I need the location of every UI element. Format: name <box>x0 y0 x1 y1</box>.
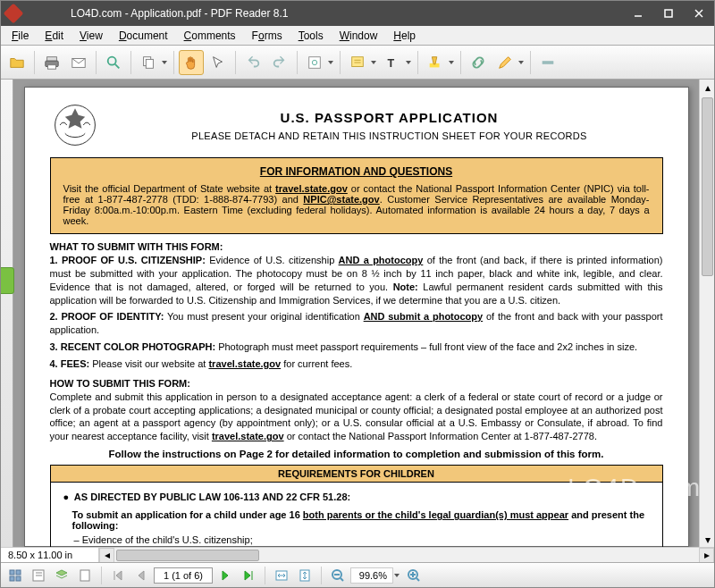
doc-subtitle: PLEASE DETACH AND RETAIN THIS INSTRUCTIO… <box>116 130 663 141</box>
page-number-input[interactable] <box>154 567 213 584</box>
svg-rect-22 <box>16 570 21 575</box>
menu-window[interactable]: Window <box>332 28 385 44</box>
menu-document[interactable]: Document <box>112 28 175 44</box>
svg-line-37 <box>416 578 419 581</box>
hand-tool-button[interactable] <box>179 50 204 75</box>
highlight-dropdown[interactable] <box>447 61 456 64</box>
svg-line-33 <box>341 578 343 581</box>
fit-width-button[interactable] <box>271 566 292 585</box>
email-button[interactable] <box>66 50 91 75</box>
req-bullet: Evidence of the child's U.S. citizenship… <box>74 534 650 545</box>
menu-file[interactable]: File <box>4 28 36 44</box>
bookmarks-button[interactable] <box>28 566 49 585</box>
svg-line-9 <box>115 63 120 68</box>
app-logo-icon <box>4 4 24 24</box>
req-head: REQUIREMENTS FOR CHILDREN <box>51 466 662 483</box>
pencil-dropdown[interactable] <box>517 61 526 64</box>
side-panel-rail[interactable] <box>1 80 13 547</box>
layers-button[interactable] <box>51 566 72 585</box>
list-item: 3. RECENT COLOR PHOTOGRAPH: Photograph m… <box>50 340 663 354</box>
text-dropdown[interactable] <box>404 61 413 64</box>
svg-point-8 <box>108 56 116 64</box>
zoom-dropdown[interactable] <box>392 574 401 577</box>
side-panel-toggle-icon[interactable] <box>1 267 14 294</box>
svg-rect-23 <box>10 576 14 581</box>
undo-button[interactable] <box>240 50 265 75</box>
scroll-up-icon[interactable]: ▴ <box>700 80 714 95</box>
text-button[interactable]: T <box>380 50 405 75</box>
svg-rect-28 <box>80 570 89 581</box>
title-bar: LO4D.com - Application.pdf - PDF Reader … <box>1 1 714 26</box>
svg-rect-6 <box>48 64 56 69</box>
menu-help[interactable]: Help <box>386 28 423 44</box>
pdf-page: U.S. PASSPORT APPLICATION PLEASE DETACH … <box>24 87 689 547</box>
svg-text:T: T <box>388 56 395 69</box>
last-page-button[interactable] <box>238 566 259 585</box>
zoom-in-button[interactable] <box>403 566 425 585</box>
first-page-button[interactable] <box>107 566 129 585</box>
scroll-down-icon[interactable]: ▾ <box>700 532 714 547</box>
form-typewriter-button[interactable] <box>302 50 327 75</box>
what-to-submit-head: WHAT TO SUBMIT WITH THIS FORM: <box>50 241 663 252</box>
window-title: LO4D.com - Application.pdf - PDF Reader … <box>26 7 623 20</box>
pencil-button[interactable] <box>492 50 517 75</box>
svg-rect-21 <box>10 570 14 575</box>
prev-page-button[interactable] <box>130 566 152 585</box>
svg-rect-24 <box>16 576 21 581</box>
list-item: 2. PROOF OF IDENTITY: You must present y… <box>50 310 663 337</box>
list-item: 1. PROOF OF U.S. CITIZENSHIP: Evidence o… <box>50 254 663 307</box>
info-body: Visit the official Department of State w… <box>63 183 650 226</box>
svg-rect-1 <box>665 10 672 17</box>
hscroll-right-icon[interactable]: ▸ <box>699 548 714 563</box>
svg-rect-12 <box>309 56 321 68</box>
menu-forms[interactable]: Forms <box>245 28 290 44</box>
menu-tools[interactable]: Tools <box>291 28 331 44</box>
svg-rect-19 <box>543 61 554 64</box>
req-bullet: Evidence of the child's relationship to … <box>74 546 650 547</box>
print-button[interactable] <box>39 50 64 75</box>
req-intro: To submit an application for a child und… <box>72 509 650 531</box>
list-item: 4. FEES: Please visit our website at tra… <box>50 357 663 371</box>
open-button[interactable] <box>4 50 29 75</box>
how-to-submit-head: HOW TO SUBMIT THIS FORM: <box>50 378 663 389</box>
requirements-box: REQUIREMENTS FOR CHILDREN ● AS DIRECTED … <box>50 465 663 547</box>
menu-comments[interactable]: Comments <box>177 28 243 44</box>
vertical-scrollbar[interactable]: ▴ ▾ <box>699 80 714 547</box>
menu-edit[interactable]: Edit <box>38 28 71 44</box>
document-area: U.S. PASSPORT APPLICATION PLEASE DETACH … <box>1 80 714 547</box>
redo-button[interactable] <box>267 50 292 75</box>
close-button[interactable] <box>684 1 714 26</box>
hscroll-left-icon[interactable]: ◂ <box>99 548 114 563</box>
select-tool-button[interactable] <box>206 50 231 75</box>
svg-rect-4 <box>47 56 57 60</box>
svg-rect-11 <box>146 59 153 68</box>
hscroll-track[interactable] <box>114 548 699 562</box>
note-dropdown[interactable] <box>369 61 378 64</box>
scroll-thumb[interactable] <box>702 97 713 276</box>
link-button[interactable] <box>466 50 491 75</box>
follow-instructions: Follow the instructions on Page 2 for de… <box>50 449 663 459</box>
minimize-button[interactable] <box>623 1 653 26</box>
maximize-button[interactable] <box>653 1 684 26</box>
zoom-out-button[interactable] <box>327 566 349 585</box>
zoom-readout[interactable]: 99.6% <box>350 567 393 584</box>
req-directed: AS DIRECTED BY PUBLIC LAW 106-113 AND 22… <box>74 491 350 502</box>
info-box: FOR INFORMATION AND QUESTIONS Visit the … <box>50 157 663 234</box>
copy-button[interactable] <box>136 50 161 75</box>
us-seal-icon <box>50 100 100 150</box>
thumbnails-button[interactable] <box>4 566 26 585</box>
page-viewport[interactable]: U.S. PASSPORT APPLICATION PLEASE DETACH … <box>13 80 699 547</box>
note-button[interactable] <box>345 50 370 75</box>
next-page-button[interactable] <box>214 566 236 585</box>
form-dropdown[interactable] <box>326 61 335 64</box>
more-tools-button[interactable] <box>535 50 560 75</box>
svg-rect-14 <box>352 56 364 66</box>
copy-dropdown[interactable] <box>160 61 169 64</box>
menu-view[interactable]: View <box>72 28 110 44</box>
hscroll-thumb[interactable] <box>116 550 259 561</box>
fit-page-button[interactable] <box>294 566 315 585</box>
attachments-button[interactable] <box>74 566 96 585</box>
menu-bar: File Edit View Document Comments Forms T… <box>1 26 714 46</box>
highlight-button[interactable] <box>423 50 448 75</box>
search-button[interactable] <box>101 50 126 75</box>
